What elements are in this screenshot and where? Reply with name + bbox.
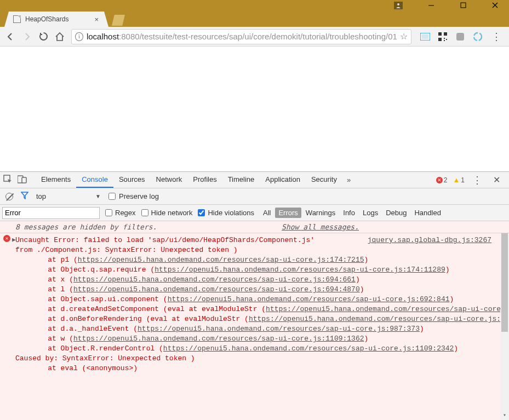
page-favicon <box>13 15 21 23</box>
stack-source-link[interactable]: https://openui5.hana.ondemand.com/resour… <box>155 266 445 274</box>
scroll-down-icon[interactable]: ▾ <box>500 411 509 420</box>
level-warnings[interactable]: Warnings <box>302 208 339 218</box>
devtools-tab-console[interactable]: Console <box>76 172 113 188</box>
browser-toolbar: i localhost:8080/testsuite/test-resource… <box>0 27 509 47</box>
console-error-entry[interactable]: ✕ ▶ jquery.sap.global-dbg.js:3267 Uncaug… <box>0 233 509 376</box>
stack-frame: at eval (<anonymous>) <box>31 364 138 372</box>
filter-funnel-icon[interactable] <box>21 192 28 201</box>
stack-frame: at d.onBeforeRendering (eval at evalModu… <box>31 314 496 324</box>
stack-frame: at d.a._handleEvent (https://openui5.han… <box>31 324 496 334</box>
stack-frame: at p1 (https://openui5.hana.ondemand.com… <box>31 255 496 265</box>
caused-by-line: Caused by: SyntaxError: Unexpected token… <box>15 354 195 363</box>
svg-rect-9 <box>438 38 442 41</box>
stack-trace: at p1 (https://openui5.hana.ondemand.com… <box>15 255 496 354</box>
warning-count-badge[interactable]: ▲1 <box>453 176 465 184</box>
console-output: ✕ ▶ jquery.sap.global-dbg.js:3267 Uncaug… <box>0 233 509 420</box>
level-debug[interactable]: Debug <box>382 208 410 218</box>
bookmark-star-icon[interactable]: ☆ <box>400 31 408 42</box>
stack-source-link[interactable]: https://openui5.hana.ondemand.com/resour… <box>138 325 420 333</box>
stack-source-link[interactable]: https://openui5.hana.ondemand.com/resour… <box>73 285 360 294</box>
site-info-icon[interactable]: i <box>75 32 83 41</box>
inspect-element-icon[interactable] <box>3 175 12 185</box>
address-bar[interactable]: i localhost:8080/testsuite/test-resource… <box>71 29 411 44</box>
error-source-link[interactable]: jquery.sap.global-dbg.js:3267 <box>368 235 496 245</box>
devtools-close-button[interactable]: ✕ <box>490 175 504 185</box>
svg-rect-7 <box>438 32 442 36</box>
browser-menu-button[interactable]: ⋮ <box>489 31 504 43</box>
hidden-messages-text: 8 messages are hidden by filters. <box>15 223 157 231</box>
stack-source-link[interactable]: https://openui5.hana.ondemand.com/resour… <box>73 335 364 343</box>
hidden-messages-bar: 8 messages are hidden by filters. Show a… <box>0 221 509 233</box>
devtools-menu-button[interactable]: ⋮ <box>470 174 484 186</box>
error-message-line1: Uncaught Error: failed to load 'sap/ui/d… <box>15 236 314 244</box>
console-scrollbar[interactable]: ▴ ▾ <box>500 233 509 420</box>
extension-1-icon[interactable] <box>420 32 430 42</box>
svg-point-0 <box>397 3 399 5</box>
devtools-tab-network[interactable]: Network <box>151 172 188 188</box>
svg-rect-17 <box>22 177 26 183</box>
scroll-thumb[interactable] <box>501 233 508 332</box>
url-text: localhost:8080/testsuite/test-resources/… <box>87 32 397 41</box>
svg-rect-6 <box>422 34 428 39</box>
preserve-log-checkbox[interactable]: Preserve log <box>108 192 159 200</box>
browser-tab[interactable]: HeapOfShards × <box>4 11 108 27</box>
extension-3-icon[interactable] <box>455 32 465 42</box>
expand-caret-icon[interactable]: ▶ <box>12 235 16 245</box>
context-selector[interactable]: top▼ <box>36 192 101 200</box>
level-logs[interactable]: Logs <box>359 208 381 218</box>
window-minimize-button[interactable] <box>420 0 442 10</box>
hide-violations-checkbox[interactable]: Hide violations <box>198 209 254 217</box>
stack-source-link[interactable]: https://openui5.hana.ondemand.com/resour… <box>249 315 509 323</box>
new-tab-button[interactable] <box>112 15 125 26</box>
extension-qr-icon[interactable] <box>438 32 448 42</box>
stack-source-link[interactable]: https://openui5.hana.ondemand.com/resour… <box>73 275 356 284</box>
show-all-messages-link[interactable]: Show all messages. <box>282 223 359 231</box>
svg-rect-8 <box>444 32 447 36</box>
stack-frame: at x (https://openui5.hana.ondemand.com/… <box>31 275 496 285</box>
stack-frame: at Object.R.renderControl (https://openu… <box>31 344 496 354</box>
tab-close-icon[interactable]: × <box>94 15 99 24</box>
filter-input[interactable] <box>2 207 100 219</box>
window-maximize-button[interactable] <box>452 0 474 10</box>
extension-4-icon[interactable] <box>473 32 483 42</box>
back-button[interactable] <box>5 32 15 42</box>
svg-rect-12 <box>444 40 445 41</box>
regex-checkbox[interactable]: Regex <box>105 209 136 217</box>
devtools-tab-application[interactable]: Application <box>260 172 306 188</box>
stack-frame: at Object.sap.ui.component (https://open… <box>31 295 496 304</box>
devtools-more-tabs[interactable]: » <box>344 172 354 188</box>
svg-rect-2 <box>461 3 466 8</box>
level-handled[interactable]: Handled <box>411 208 444 218</box>
level-errors[interactable]: Errors <box>275 208 301 218</box>
devtools-tab-elements[interactable]: Elements <box>36 172 76 188</box>
stack-source-link[interactable]: https://openui5.hana.ondemand.com/resour… <box>168 295 450 303</box>
stack-frame: at d.createAndSetComponent (eval at eval… <box>31 304 496 314</box>
stack-source-link[interactable]: https://openui5.hana.ondemand.com/resour… <box>78 256 364 264</box>
level-all[interactable]: All <box>260 208 274 218</box>
window-close-button[interactable] <box>484 0 506 10</box>
home-button[interactable] <box>55 32 65 42</box>
extension-icons <box>418 32 483 42</box>
error-count-badge[interactable]: ✕2 <box>436 176 448 184</box>
browser-tabstrip: HeapOfShards × <box>0 10 509 27</box>
svg-rect-11 <box>446 39 447 40</box>
error-message-line2: from ./Component.js: SyntaxError: Unexpe… <box>15 246 238 254</box>
devtools-tab-timeline[interactable]: Timeline <box>222 172 260 188</box>
device-toolbar-icon[interactable] <box>18 175 27 185</box>
devtools-panel: ElementsConsoleSourcesNetworkProfilesTim… <box>0 171 509 420</box>
devtools-tab-sources[interactable]: Sources <box>113 172 151 188</box>
svg-point-14 <box>474 33 482 41</box>
clear-console-icon[interactable] <box>5 193 13 200</box>
reload-button[interactable] <box>38 32 48 42</box>
window-titlebar <box>0 0 509 10</box>
stack-source-link[interactable]: https://openui5.hana.ondemand.com/resour… <box>266 305 509 313</box>
devtools-tab-security[interactable]: Security <box>306 172 342 188</box>
hide-network-checkbox[interactable]: Hide network <box>141 209 193 217</box>
account-icon[interactable] <box>394 2 403 9</box>
stack-frame: at w (https://openui5.hana.ondemand.com/… <box>31 334 496 344</box>
level-info[interactable]: Info <box>340 208 358 218</box>
stack-frame: at l (https://openui5.hana.ondemand.com/… <box>31 285 496 295</box>
error-icon: ✕ <box>3 235 10 242</box>
stack-source-link[interactable]: https://openui5.hana.ondemand.com/resour… <box>163 344 454 353</box>
devtools-tab-profiles[interactable]: Profiles <box>187 172 222 188</box>
